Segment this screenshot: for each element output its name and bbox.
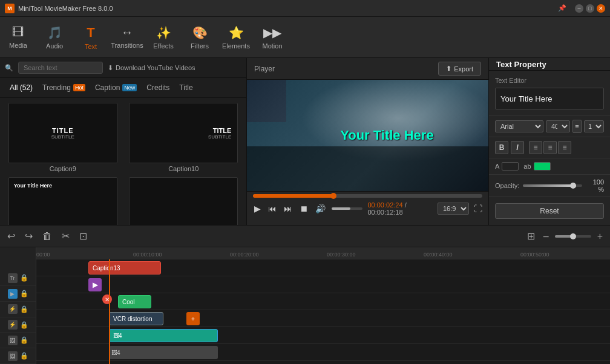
list-item[interactable]: TITLE SUBTITLE Caption10 [126,103,242,172]
toolbar-audio[interactable]: 🎵 Audio [36,19,73,56]
zoom-in-button[interactable]: + [595,230,605,243]
fullscreen-button[interactable]: ⛶ [474,204,482,213]
img4b-clip[interactable]: 🖼 4 [109,346,218,359]
fit-button[interactable]: ⊞ [525,229,537,243]
ruler-spacer [0,259,36,270]
crop-button[interactable]: ⊡ [77,229,90,243]
track2-lock[interactable]: 🔒 [20,290,28,297]
track-label-1: Tr 🔒 [0,270,36,286]
nav-all[interactable]: All (52) [5,82,38,94]
opacity-value: 100 % [586,178,604,193]
delete-badge[interactable]: ✕ [102,294,112,304]
zoom-slider[interactable] [555,235,591,238]
bg-color-label: ab [523,162,550,171]
track-row-4: VCR distortion + [36,310,610,327]
toolbar-text[interactable]: T Text [73,19,109,56]
search-input[interactable] [18,62,103,74]
opacity-slider[interactable] [523,184,582,187]
time-mark-50: 00:00:50:00 [520,252,549,258]
caption11-thumb: Your Title Here [8,177,117,225]
aspect-ratio-select[interactable]: 16:9 9:16 1:1 [438,203,469,215]
caption9-thumb: TITLE SUBTITLE [8,103,117,163]
reset-button[interactable]: Reset [495,203,604,219]
nav-caption[interactable]: Caption New [90,82,142,94]
toolbar-transitions[interactable]: ↔ Transitions [109,19,145,56]
time-mark-10: 00:00:10:00 [133,252,162,258]
bold-button[interactable]: B [495,141,508,154]
maximize-button[interactable]: □ [586,4,594,13]
vcr-clip[interactable]: VCR distortion [109,312,163,325]
right-panel-header: Text Property [489,58,610,71]
caption9-label: Caption9 [50,165,76,172]
nav-trending[interactable]: Trending Hot [38,82,90,94]
play-button[interactable]: ▶ [253,203,262,215]
youtube-download-button[interactable]: ⬇ Download YouTube Videos [108,64,195,72]
export-button[interactable]: ⬆ Export [438,62,481,76]
caption-grid: TITLE SUBTITLE Caption9 TITLE SUBTITLE [0,98,246,225]
delete-button[interactable]: 🗑 [40,230,54,243]
font-size-select[interactable]: 40 36 48 [546,120,570,132]
pin-icon[interactable]: 📌 [558,4,566,12]
list-item[interactable]: We Love 2016 Caption12 [126,177,242,225]
time-mark-0: 00:00 [36,252,50,258]
toolbar-elements[interactable]: ⭐ Elements [218,19,254,56]
tracks-area: Caption13 ▶ ✕ Cool [36,259,610,364]
nav-title[interactable]: Title [174,82,197,94]
toolbar-motion[interactable]: ▶▶ Motion [254,19,290,56]
toolbar-effects[interactable]: ✨ Effects [145,19,182,56]
track-row-2: ▶ [36,276,610,293]
img4-clip[interactable]: 🖼 4 [109,329,218,342]
volume-button[interactable]: 🔊 [314,203,327,215]
element-clip-icon: ▶ [93,281,98,289]
toolbar-filters[interactable]: 🎨 Filters [182,19,218,56]
text-color-swatch[interactable] [502,162,519,171]
cool-clip-label: Cool [122,299,135,305]
prev-button[interactable]: ⏮ [267,203,278,215]
time-mark-20: 00:00:20:00 [230,252,259,258]
track3-lock[interactable]: 🔒 [20,305,28,313]
cut-button[interactable]: ✂ [59,229,72,243]
nav-credits[interactable]: Credits [142,82,174,94]
text-editor-input[interactable] [495,88,604,109]
list-button[interactable]: ≡ [572,120,582,133]
stop-button[interactable]: ⏹ [298,203,309,215]
timeline-section: ↩ ↪ 🗑 ✂ ⊡ ⊞ – + Tr 🔒 ▶ 🔒 [0,225,610,364]
bg-color-swatch[interactable] [534,162,551,171]
track6-lock[interactable]: 🔒 [20,352,28,360]
timeline-content: Tr 🔒 ▶ 🔒 ⚡ 🔒 ⚡ 🔒 🖼 🔒 🖼 🔒 [0,247,610,364]
cool-clip[interactable]: Cool [118,295,151,308]
zoom-out-button[interactable]: – [541,230,551,243]
align-center-button[interactable]: ≡ [543,141,557,154]
italic-button[interactable]: I [511,141,524,154]
font-family-select[interactable]: Arial Times New Roman [495,120,543,132]
timeline-tracks: 00:00 00:00:10:00 00:00:20:00 00:00:30:0… [36,247,610,364]
transitions-icon: ↔ [121,25,133,39]
next-button[interactable]: ⏭ [283,203,294,215]
track-label-5: 🖼 🔒 [0,333,36,348]
undo-button[interactable]: ↩ [5,229,18,243]
align-right-button[interactable]: ≡ [558,141,571,154]
title-bar: M MiniTool MovieMaker Free 8.0.0 📌 – □ ✕ [0,0,610,17]
number-select[interactable]: 1 2 [584,120,604,132]
minimize-button[interactable]: – [575,4,583,13]
list-item[interactable]: Your Title Here Caption11 [5,177,121,225]
align-left-button[interactable]: ≡ [529,141,542,154]
toolbar: 🎞 Media 🎵 Audio T Text ↔ Transitions ✨ E… [0,17,610,58]
track5-lock[interactable]: 🔒 [20,336,28,344]
addition-clip[interactable]: + [186,312,200,325]
list-item[interactable]: TITLE SUBTITLE Caption9 [5,103,121,172]
caption10-label: Caption10 [168,165,198,172]
volume-slider[interactable] [332,207,362,210]
progress-thumb [330,193,336,199]
caption13-clip[interactable]: Caption13 [88,261,161,275]
opacity-controls: Opacity: 100 % [489,175,610,197]
track4-lock[interactable]: 🔒 [20,321,28,329]
track5-icon: 🖼 [8,336,18,345]
track1-lock[interactable]: 🔒 [20,274,28,282]
element-clip[interactable]: ▶ [88,278,102,291]
close-button[interactable]: ✕ [597,4,605,13]
redo-button[interactable]: ↪ [22,229,35,243]
progress-bar[interactable] [253,194,482,198]
download-label: Download YouTube Videos [116,64,195,71]
toolbar-media[interactable]: 🎞 Media [0,19,36,56]
